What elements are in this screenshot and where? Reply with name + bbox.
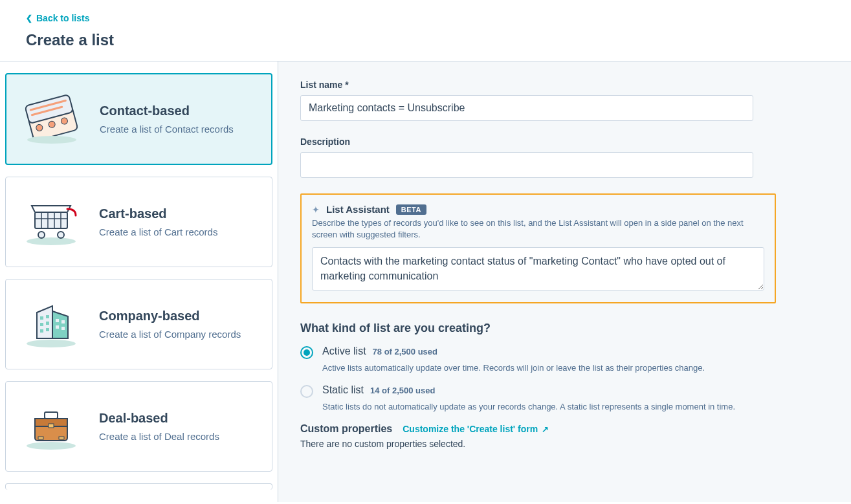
svg-point-16 — [58, 232, 64, 238]
radio-active-circle[interactable] — [300, 346, 313, 359]
form-panel: List name * Description ✦ List Assistant… — [278, 61, 851, 502]
radio-static-title: Static list — [322, 384, 364, 396]
card-partial[interactable] — [5, 483, 272, 490]
list-kind-heading: What kind of list are you creating? — [300, 322, 829, 335]
radio-static-usage: 14 of 2,500 used — [370, 386, 435, 395]
assistant-textarea[interactable] — [312, 247, 764, 290]
card-desc: Create a list of Cart records — [99, 226, 217, 237]
svg-rect-21 — [46, 322, 49, 325]
svg-rect-22 — [40, 329, 43, 333]
radio-active-title: Active list — [322, 345, 366, 357]
card-desc: Create a list of Deal records — [99, 431, 219, 442]
radio-static-circle[interactable] — [300, 385, 313, 398]
svg-rect-19 — [46, 315, 49, 318]
svg-rect-23 — [46, 328, 49, 331]
radio-active-desc: Active lists automatically update over t… — [322, 363, 736, 373]
assistant-help-text: Describe the types of records you'd like… — [312, 217, 764, 241]
custom-properties-label: Custom properties — [300, 423, 392, 435]
card-company-based[interactable]: Company-based Create a list of Company r… — [5, 279, 272, 369]
cart-icon — [19, 193, 83, 251]
briefcase-icon — [19, 397, 83, 455]
chevron-left-icon: ❮ — [26, 14, 32, 23]
svg-rect-32 — [49, 424, 54, 428]
svg-rect-31 — [45, 412, 58, 419]
radio-active-usage: 78 of 2,500 used — [373, 347, 437, 356]
list-assistant-box: ✦ List Assistant BETA Describe the types… — [300, 193, 776, 303]
svg-point-7 — [27, 136, 76, 144]
list-name-label: List name * — [300, 80, 829, 90]
customize-form-link[interactable]: Customize the 'Create list' form ↗ — [403, 424, 549, 434]
card-contact-based[interactable]: Contact-based Create a list of Contact r… — [5, 73, 272, 165]
beta-badge: BETA — [396, 204, 426, 215]
svg-rect-20 — [40, 323, 43, 326]
description-input[interactable] — [300, 152, 753, 178]
back-link-label: Back to lists — [36, 13, 89, 23]
page-header: ❮ Back to lists Create a list — [0, 0, 851, 61]
card-title: Deal-based — [99, 411, 219, 426]
radio-static-desc: Static lists do not automatically update… — [322, 402, 736, 411]
card-title: Contact-based — [100, 104, 234, 118]
card-title: Company-based — [99, 309, 241, 323]
customize-link-text: Customize the 'Create list' form — [403, 424, 538, 434]
svg-rect-27 — [61, 327, 65, 330]
list-type-panel[interactable]: Contact-based Create a list of Contact r… — [0, 61, 278, 502]
svg-point-17 — [27, 340, 76, 347]
svg-point-28 — [27, 442, 76, 450]
page-title: Create a list — [26, 31, 825, 49]
svg-rect-33 — [38, 437, 43, 439]
card-desc: Create a list of Contact records — [100, 124, 234, 135]
back-to-lists-link[interactable]: ❮ Back to lists — [26, 13, 89, 23]
description-label: Description — [300, 137, 829, 147]
list-name-input[interactable] — [300, 95, 753, 121]
buildings-icon — [19, 295, 83, 353]
card-desc: Create a list of Company records — [99, 329, 241, 340]
external-link-icon: ↗ — [542, 424, 549, 434]
svg-rect-25 — [61, 320, 65, 323]
svg-point-15 — [38, 232, 45, 238]
svg-rect-9 — [35, 212, 67, 228]
radio-active-list[interactable]: Active list 78 of 2,500 used — [300, 345, 829, 359]
no-custom-properties-text: There are no custom properties selected. — [300, 439, 829, 449]
card-title: Cart-based — [99, 206, 217, 221]
svg-rect-18 — [40, 316, 43, 320]
svg-point-8 — [27, 237, 76, 245]
contact-book-icon — [19, 90, 84, 148]
svg-rect-24 — [56, 319, 59, 322]
sparkle-icon: ✦ — [312, 204, 320, 215]
card-deal-based[interactable]: Deal-based Create a list of Deal records — [5, 381, 272, 472]
radio-static-list[interactable]: Static list 14 of 2,500 used — [300, 384, 829, 398]
main-content: Contact-based Create a list of Contact r… — [0, 61, 851, 502]
svg-rect-26 — [56, 325, 59, 329]
svg-rect-34 — [59, 437, 64, 439]
assistant-title: List Assistant — [326, 204, 390, 215]
card-cart-based[interactable]: Cart-based Create a list of Cart records — [5, 177, 272, 267]
